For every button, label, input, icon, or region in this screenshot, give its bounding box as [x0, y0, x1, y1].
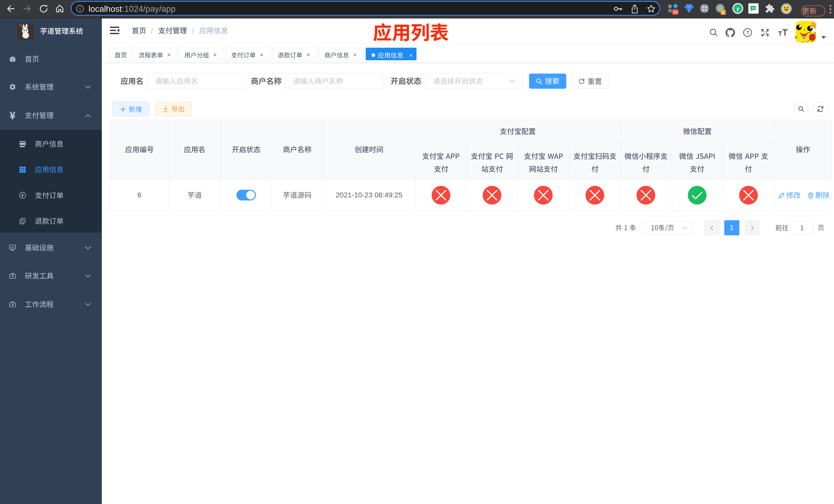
svg-text:10: 10: [673, 10, 678, 14]
svg-text:y: y: [737, 6, 739, 11]
svg-text:?: ?: [746, 30, 749, 36]
svg-text:1: 1: [722, 10, 724, 14]
